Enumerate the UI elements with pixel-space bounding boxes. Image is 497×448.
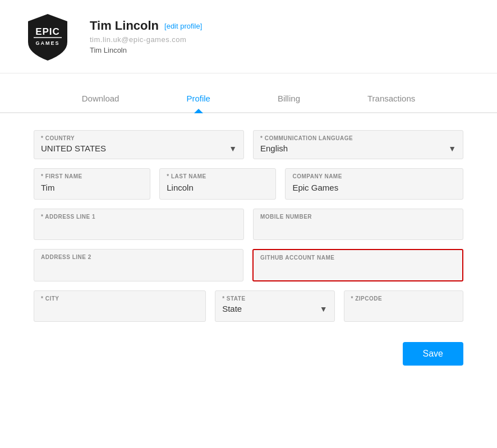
svg-text:GAMES: GAMES <box>35 40 59 46</box>
zipcode-field: * ZIPCODE <box>344 290 463 322</box>
country-label: * COUNTRY <box>41 135 237 141</box>
comm-lang-field: * COMMUNICATION LANGUAGE English Spanish… <box>253 130 463 159</box>
user-display-name: Tim Lincoln <box>90 46 202 54</box>
city-field: * CITY <box>34 290 206 322</box>
comm-lang-label: * COMMUNICATION LANGUAGE <box>260 135 456 141</box>
save-button[interactable]: Save <box>403 342 463 366</box>
main-content: * COUNTRY UNITED STATES CANADA UNITED KI… <box>0 113 497 382</box>
first-name-label: * FIRST NAME <box>41 173 143 179</box>
github-account-field: GITHUB ACCOUNT NAME <box>252 249 463 281</box>
address-line2-label: ADDRESS LINE 2 <box>41 254 236 260</box>
user-name: Tim Lincoln <box>90 19 159 33</box>
row-address2-github: ADDRESS LINE 2 GITHUB ACCOUNT NAME <box>34 249 463 281</box>
state-label: * STATE <box>222 295 327 302</box>
zipcode-label: * ZIPCODE <box>351 295 456 302</box>
first-name-field: * FIRST NAME <box>34 168 150 200</box>
row-address-mobile: * ADDRESS LINE 1 MOBILE NUMBER <box>34 209 463 240</box>
comm-lang-select-wrapper[interactable]: English Spanish French ▼ <box>260 144 456 153</box>
address-line2-input[interactable] <box>41 262 236 274</box>
state-select[interactable]: State California New York Texas <box>222 304 327 313</box>
row-city-state-zip: * CITY * STATE State California New York… <box>34 290 463 322</box>
city-input[interactable] <box>41 304 199 316</box>
company-name-field: COMPANY NAME <box>285 168 463 200</box>
address-line1-input[interactable] <box>41 222 237 234</box>
zipcode-input[interactable] <box>351 304 456 316</box>
address-line1-field: * ADDRESS LINE 1 <box>34 209 244 240</box>
mobile-number-input[interactable] <box>260 222 456 234</box>
address-line2-field: ADDRESS LINE 2 <box>34 249 243 281</box>
tab-transactions[interactable]: Transactions <box>367 85 415 112</box>
address-line1-label: * ADDRESS LINE 1 <box>41 214 237 220</box>
first-name-input[interactable] <box>41 182 143 193</box>
mobile-number-field: MOBILE NUMBER <box>253 209 463 240</box>
last-name-input[interactable] <box>167 182 269 193</box>
svg-text:EPIC: EPIC <box>35 26 60 37</box>
user-name-row: Tim Lincoln [edit profile] <box>90 19 202 33</box>
save-row: Save <box>34 342 463 366</box>
tab-billing[interactable]: Billing <box>278 85 300 112</box>
user-info: Tim Lincoln [edit profile] tim.lin.uk@ep… <box>90 19 202 54</box>
country-select[interactable]: UNITED STATES CANADA UNITED KINGDOM <box>41 144 237 153</box>
form-grid: * COUNTRY UNITED STATES CANADA UNITED KI… <box>34 130 463 366</box>
state-select-wrapper[interactable]: State California New York Texas ▼ <box>222 304 327 313</box>
row-country-lang: * COUNTRY UNITED STATES CANADA UNITED KI… <box>34 130 463 159</box>
tab-profile[interactable]: Profile <box>186 85 210 112</box>
last-name-label: * LAST NAME <box>167 173 269 179</box>
company-name-label: COMPANY NAME <box>292 173 456 179</box>
city-label: * CITY <box>41 295 199 302</box>
last-name-field: * LAST NAME <box>159 168 276 200</box>
company-name-input[interactable] <box>292 182 456 193</box>
user-email: tim.lin.uk@epic-games.com <box>90 35 202 44</box>
nav-tabs: Download Profile Billing Transactions <box>0 85 497 113</box>
header: EPIC GAMES Tim Lincoln [edit profile] ti… <box>0 0 497 73</box>
github-account-label: GITHUB ACCOUNT NAME <box>260 255 455 261</box>
country-field: * COUNTRY UNITED STATES CANADA UNITED KI… <box>34 130 244 159</box>
mobile-number-label: MOBILE NUMBER <box>260 214 456 220</box>
comm-lang-select[interactable]: English Spanish French <box>260 144 456 153</box>
github-account-input[interactable] <box>260 263 455 275</box>
row-names: * FIRST NAME * LAST NAME COMPANY NAME <box>34 168 463 200</box>
epic-games-logo: EPIC GAMES <box>22 11 73 62</box>
edit-profile-link[interactable]: [edit profile] <box>164 22 202 30</box>
state-field: * STATE State California New York Texas … <box>215 290 334 322</box>
country-select-wrapper[interactable]: UNITED STATES CANADA UNITED KINGDOM ▼ <box>41 144 237 153</box>
tab-download[interactable]: Download <box>82 85 119 112</box>
